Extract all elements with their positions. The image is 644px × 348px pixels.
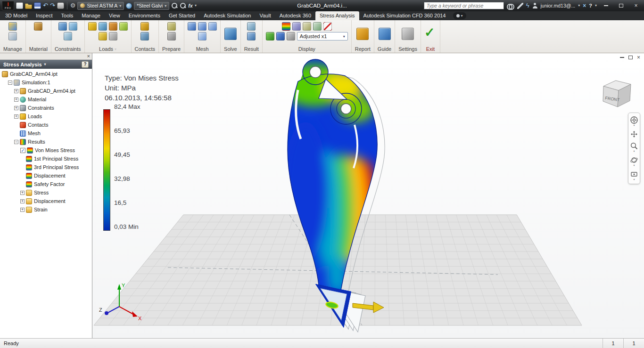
zoom-all-icon[interactable] xyxy=(180,2,186,9)
remote-force-load-icon[interactable] xyxy=(109,32,117,40)
tree-item-loads[interactable]: +Loads xyxy=(0,112,92,121)
material-style-combo[interactable]: Steel ASTM A ▾ xyxy=(77,2,124,10)
doc-restore-icon[interactable] xyxy=(628,56,633,59)
appearance-style-combo[interactable]: *Steel Galvi ▾ xyxy=(134,2,169,10)
moment-load-icon[interactable] xyxy=(119,22,128,31)
chevron-down-icon[interactable]: ▾ xyxy=(633,124,635,127)
expand-toggle-icon[interactable]: + xyxy=(20,208,25,212)
display-scale-combo[interactable]: Adjusted x1▾ xyxy=(297,32,348,40)
boundary-conditions-icon[interactable] xyxy=(303,22,311,31)
tree-item-contacts[interactable]: Contacts xyxy=(0,121,92,129)
user-menu-caret-icon[interactable]: ▾ xyxy=(578,2,580,9)
tab-inspect[interactable]: Inspect xyxy=(32,11,57,20)
help-icon[interactable]: ? xyxy=(589,2,592,9)
animate-results-icon[interactable] xyxy=(247,22,256,31)
doc-close-icon[interactable]: × xyxy=(637,55,640,60)
thin-bodies-icon[interactable] xyxy=(167,22,176,31)
offset-shell-icon[interactable] xyxy=(167,32,176,40)
tree-item-von-mises-stress[interactable]: ✓Von Mises Stress xyxy=(0,146,92,154)
tab-get-started[interactable]: Get Started xyxy=(165,11,199,20)
mesh-settings-icon[interactable] xyxy=(198,22,206,31)
browser-close-icon[interactable]: × xyxy=(87,54,90,59)
tab-vault[interactable]: Vault xyxy=(255,11,275,20)
create-simulation-icon[interactable] xyxy=(8,22,17,31)
tab-manage[interactable]: Manage xyxy=(77,11,105,20)
pin-constraint-icon[interactable] xyxy=(69,22,77,31)
expand-toggle-icon[interactable]: + xyxy=(14,97,18,102)
orbit-icon[interactable]: ▾ xyxy=(630,156,638,167)
adjusted-displacement-icon[interactable] xyxy=(287,32,295,40)
zoom-icon[interactable]: ▾ xyxy=(630,142,638,153)
tab-view[interactable]: View xyxy=(105,11,124,20)
tree-item-3rd-principal-stress[interactable]: 3rd Principal Stress xyxy=(0,163,92,171)
close-button[interactable]: × xyxy=(630,1,642,10)
qat-customize-icon[interactable]: ▾ xyxy=(195,2,197,9)
tree-item-stress[interactable]: +Stress xyxy=(0,188,92,197)
user-name[interactable]: junior.md13@... xyxy=(541,2,576,9)
help-menu-caret-icon[interactable]: ▾ xyxy=(595,2,597,9)
tab-autodesk-simulation[interactable]: Autodesk Simulation xyxy=(199,11,255,20)
simulate-icon[interactable] xyxy=(224,28,237,40)
undo-icon[interactable]: ↶ xyxy=(43,2,48,9)
ribbon-display-options[interactable]: ▾ xyxy=(453,12,466,19)
browser-help-icon[interactable]: ? xyxy=(82,61,89,68)
expand-toggle-icon[interactable]: + xyxy=(14,106,18,110)
probe-labels-icon[interactable] xyxy=(292,22,301,31)
print-icon[interactable] xyxy=(57,2,64,9)
tab-stress-analysis[interactable]: Stress Analysis xyxy=(315,11,359,20)
doc-minimize-icon[interactable] xyxy=(620,57,624,58)
fixed-constraint-icon[interactable] xyxy=(58,22,67,31)
tree-item-mesh[interactable]: Mesh xyxy=(0,129,92,138)
bearing-load-icon[interactable] xyxy=(109,22,117,31)
wireframe-display-icon[interactable] xyxy=(276,32,285,40)
tree-item-displacement[interactable]: +Displacement xyxy=(0,197,92,205)
tree-item-grabcad-arm04-ipt[interactable]: +GrabCAD_Arm04.ipt xyxy=(0,87,92,95)
assign-material-icon[interactable] xyxy=(34,22,42,31)
search-binoculars-icon[interactable] xyxy=(507,3,514,8)
collapse-toggle-icon[interactable]: − xyxy=(14,140,18,144)
max-min-values-icon[interactable] xyxy=(313,22,322,31)
tree-item-1st-principal-stress[interactable]: 1st Principal Stress xyxy=(0,154,92,163)
look-at-icon[interactable]: ▾ xyxy=(630,170,638,181)
sign-out-icon[interactable]: × xyxy=(583,2,586,9)
chevron-down-icon[interactable]: ▾ xyxy=(633,150,635,153)
minimize-button[interactable] xyxy=(600,1,612,10)
expand-toggle-icon[interactable]: + xyxy=(14,114,18,119)
zoom-icon[interactable] xyxy=(171,2,178,9)
parameters-fx-icon[interactable]: fx xyxy=(188,2,193,9)
appearance-swatch-icon[interactable] xyxy=(126,3,132,9)
automatic-contacts-icon[interactable] xyxy=(140,22,149,31)
visibility-checkbox[interactable]: ✓ xyxy=(20,148,25,153)
tab-environments[interactable]: Environments xyxy=(124,11,165,20)
gear-icon[interactable]: ⚙ xyxy=(70,2,76,9)
maximize-button[interactable] xyxy=(615,1,627,10)
simulation-guide-icon[interactable] xyxy=(379,28,391,40)
manual-contact-icon[interactable] xyxy=(140,32,149,40)
application-menu-button[interactable]: I PRO xyxy=(2,1,14,10)
pressure-load-icon[interactable] xyxy=(99,22,107,31)
expand-toggle-icon[interactable]: + xyxy=(20,191,25,195)
report-icon[interactable] xyxy=(356,28,369,40)
tree-item-safety-factor[interactable]: Safety Factor xyxy=(0,180,92,188)
parametric-table-icon[interactable] xyxy=(8,32,17,40)
open-icon[interactable] xyxy=(25,2,32,9)
lightning-icon[interactable]: ϟ xyxy=(526,2,529,9)
expand-toggle-icon[interactable]: + xyxy=(20,199,25,203)
shaded-display-icon[interactable] xyxy=(266,32,274,40)
pan-icon[interactable] xyxy=(630,130,638,138)
full-navigation-wheel-icon[interactable]: ▾ xyxy=(630,116,638,127)
tree-item-grabcad-arm04-ipt[interactable]: GrabCAD_Arm04.ipt xyxy=(0,70,92,78)
collapse-toggle-icon[interactable]: − xyxy=(8,81,12,85)
redo-icon[interactable]: ↷ xyxy=(50,2,55,9)
tree-item-simulation-1[interactable]: −Simulation:1 xyxy=(0,78,92,87)
tree-item-material[interactable]: +Material xyxy=(0,95,92,104)
chevron-down-icon[interactable]: ▾ xyxy=(633,178,635,181)
viewport[interactable]: Y X Z Type: Von Mises Stress Unit: MPa 0… xyxy=(92,53,644,338)
tree-item-strain[interactable]: +Strain xyxy=(0,205,92,214)
user-icon[interactable] xyxy=(532,3,538,8)
probe-icon[interactable] xyxy=(247,32,256,40)
view-cube[interactable]: FRONT xyxy=(600,75,637,113)
new-file-icon[interactable] xyxy=(16,2,23,9)
chevron-down-icon[interactable]: ▾ xyxy=(633,164,635,167)
stress-analysis-settings-icon[interactable] xyxy=(402,28,414,40)
